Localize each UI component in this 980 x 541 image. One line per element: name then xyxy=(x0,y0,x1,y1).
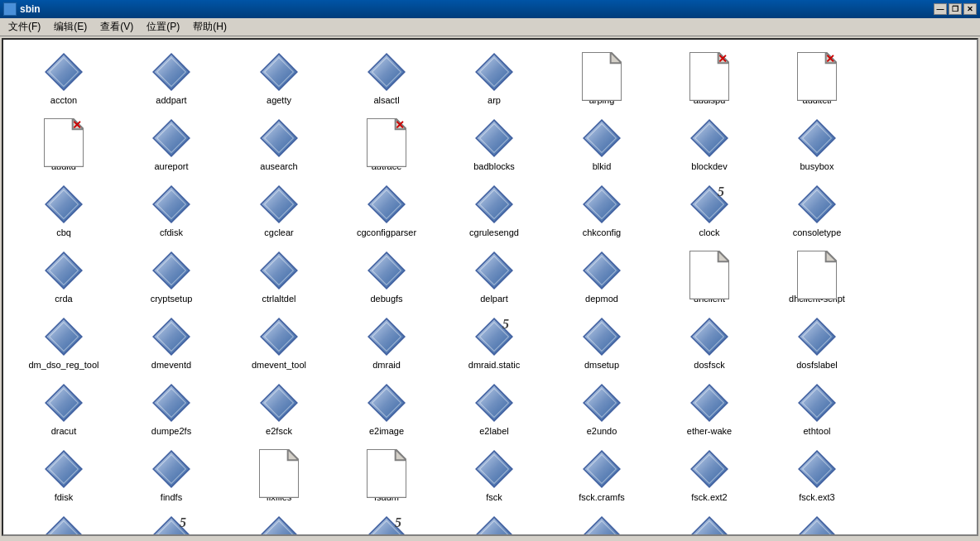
file-item-accton[interactable]: accton xyxy=(10,46,118,113)
file-item-ether-wake[interactable]: ether-wake xyxy=(656,377,763,443)
file-item-dhclient[interactable]: dhclient xyxy=(656,245,763,311)
menu-file[interactable]: 文件(F) xyxy=(3,18,46,36)
file-item-fsck[interactable]: fsck xyxy=(440,443,548,510)
file-label: cgclear xyxy=(264,227,293,238)
menu-location[interactable]: 位置(P) xyxy=(142,18,185,36)
menu-edit[interactable]: 编辑(E) xyxy=(49,18,92,36)
minimize-button[interactable]: — xyxy=(934,3,947,15)
file-item-cgconfigparser[interactable]: cgconfigparser xyxy=(333,179,440,245)
file-item-more5[interactable]: more5 xyxy=(440,510,548,536)
svg-marker-76 xyxy=(691,319,728,356)
file-item-arp[interactable]: arp xyxy=(440,46,548,113)
file-item-badblocks[interactable]: badblocks xyxy=(440,113,548,179)
svg-marker-68 xyxy=(261,319,297,356)
file-label: dmraid xyxy=(372,360,401,371)
svg-marker-46 xyxy=(799,187,835,223)
diamond-icon xyxy=(797,383,837,423)
file-label: cryptsetup xyxy=(151,294,193,304)
file-badge: 5 xyxy=(502,317,509,332)
file-item-fsadm[interactable]: fsadm xyxy=(333,443,440,510)
file-item-blkid[interactable]: blkid xyxy=(548,113,656,179)
file-item-e2undo[interactable]: e2undo xyxy=(548,377,656,443)
file-item-e2fsck[interactable]: e2fsck xyxy=(225,377,333,443)
file-item-more6[interactable]: more6 xyxy=(548,510,656,536)
file-item-more3[interactable]: more3 xyxy=(225,510,333,536)
doc-icon xyxy=(259,449,299,489)
file-item-autrace[interactable]: ✕autrace xyxy=(333,113,440,179)
svg-marker-92 xyxy=(691,385,728,422)
close-button[interactable]: ✕ xyxy=(963,3,977,15)
menu-help[interactable]: 帮助(H) xyxy=(188,18,232,36)
file-item-cfdisk[interactable]: cfdisk xyxy=(118,179,225,245)
file-item-dracut[interactable]: dracut xyxy=(10,377,118,443)
file-item-findfs[interactable]: findfs xyxy=(118,443,225,510)
file-item-more8[interactable]: more8 xyxy=(763,510,871,536)
file-item-blockdev[interactable]: blockdev xyxy=(656,113,763,179)
menu-view[interactable]: 查看(V) xyxy=(95,18,138,36)
file-item-ausearch[interactable]: ausearch xyxy=(225,113,333,179)
file-item-audispd[interactable]: ✕audispd xyxy=(656,46,763,113)
file-item-dm_dso_reg_tool[interactable]: dm_dso_reg_tool xyxy=(10,311,118,377)
file-item-more4[interactable]: 5more4 xyxy=(333,510,440,536)
svg-marker-32 xyxy=(46,187,82,223)
file-item-auditctl[interactable]: ✕auditctl xyxy=(763,46,871,113)
file-item-dmevent_tool[interactable]: dmevent_tool xyxy=(225,311,333,377)
file-item-clock[interactable]: 5clock xyxy=(656,179,763,245)
svg-marker-4 xyxy=(261,55,297,91)
file-label: dmeventd xyxy=(151,360,191,371)
file-item-more7[interactable]: more7 xyxy=(656,510,763,536)
diamond-icon xyxy=(689,317,729,357)
file-label: dosfslabel xyxy=(796,360,838,371)
file-item-more1[interactable]: more1 xyxy=(10,510,118,536)
file-item-arping[interactable]: arping xyxy=(548,46,656,113)
file-item-cgclear[interactable]: cgclear xyxy=(225,179,333,245)
file-item-e2image[interactable]: e2image xyxy=(333,377,440,443)
diamond-icon xyxy=(151,449,191,489)
file-item-cgrulesengd[interactable]: cgrulesengd xyxy=(440,179,548,245)
file-item-debugfs[interactable]: debugfs xyxy=(333,245,440,311)
file-item-dmraid.static[interactable]: 5dmraid.static xyxy=(440,311,548,377)
svg-marker-80 xyxy=(46,385,82,422)
file-item-dmraid[interactable]: dmraid xyxy=(333,311,440,377)
file-item-agetty[interactable]: agetty xyxy=(225,46,333,113)
file-item-ethtool[interactable]: ethtool xyxy=(763,377,871,443)
file-item-dosfsck[interactable]: dosfsck xyxy=(656,311,763,377)
file-label: delpart xyxy=(480,294,508,304)
svg-marker-0 xyxy=(46,55,82,91)
file-item-fsck.cramfs[interactable]: fsck.cramfs xyxy=(548,443,656,510)
file-item-dmsetup[interactable]: dmsetup xyxy=(548,311,656,377)
file-item-fixfiles[interactable]: fixfiles xyxy=(225,443,333,510)
file-item-cryptsetup[interactable]: cryptsetup xyxy=(118,245,225,311)
file-item-fdisk[interactable]: fdisk xyxy=(10,443,118,510)
file-item-ctrlaltdel[interactable]: ctrlaltdel xyxy=(225,245,333,311)
file-item-chkconfig[interactable]: chkconfig xyxy=(548,179,656,245)
file-item-delpart[interactable]: delpart xyxy=(440,245,548,311)
diamond-icon xyxy=(582,184,622,224)
file-item-addpart[interactable]: addpart xyxy=(118,46,225,113)
file-item-dhclient-script[interactable]: dhclient-script xyxy=(763,245,871,311)
svg-marker-101 xyxy=(288,449,299,460)
file-item-more2[interactable]: 5more2 xyxy=(118,510,225,536)
restore-button[interactable]: ❐ xyxy=(949,3,962,15)
file-item-cbq[interactable]: cbq xyxy=(10,179,118,245)
file-item-e2label[interactable]: e2label xyxy=(440,377,548,443)
diamond-icon xyxy=(474,251,514,290)
file-item-busybox[interactable]: busybox xyxy=(763,113,871,179)
diamond-icon xyxy=(44,52,84,92)
svg-marker-42 xyxy=(584,187,620,223)
file-item-depmod[interactable]: depmod xyxy=(548,245,656,311)
file-item-fsck.ext2[interactable]: fsck.ext2 xyxy=(656,443,763,510)
file-item-consoletype[interactable]: consoletype xyxy=(763,179,871,245)
file-item-auditd[interactable]: ✕auditd xyxy=(10,113,118,179)
file-label: dmevent_tool xyxy=(252,360,306,371)
file-item-aureport[interactable]: aureport xyxy=(118,113,225,179)
file-item-alsactl[interactable]: alsactl xyxy=(333,46,440,113)
svg-marker-18 xyxy=(153,121,190,157)
file-item-dosfslabel[interactable]: dosfslabel xyxy=(763,311,871,377)
file-item-fsck.ext3[interactable]: fsck.ext3 xyxy=(763,443,871,510)
svg-marker-58 xyxy=(584,253,620,290)
file-label: busybox xyxy=(800,161,834,172)
file-item-crda[interactable]: crda xyxy=(10,245,118,311)
file-item-dmeventd[interactable]: dmeventd xyxy=(118,311,225,377)
file-item-dumpe2fs[interactable]: dumpe2fs xyxy=(118,377,225,443)
